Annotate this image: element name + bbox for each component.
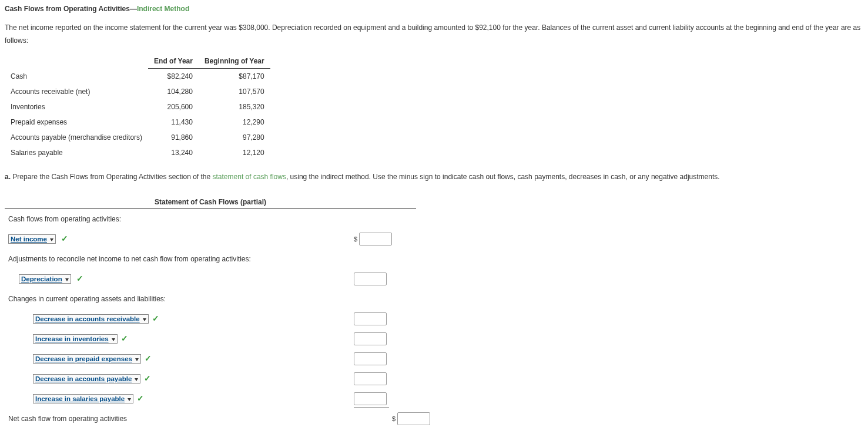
- net-cash-flow-input[interactable]: [397, 412, 430, 425]
- col-begin: Beginning of Year: [199, 54, 270, 69]
- changes-label: Changes in current operating assets and …: [8, 295, 413, 303]
- net-income-select[interactable]: Net income: [8, 234, 56, 244]
- table-row: Accounts payable (merchandise creditors)…: [5, 130, 270, 145]
- change-item-select[interactable]: Decrease in prepaid expenses: [33, 354, 141, 364]
- instruction-text: a. Prepare the Cash Flows from Operating…: [5, 171, 863, 184]
- adjustments-label: Adjustments to reconcile net income to n…: [8, 255, 413, 263]
- page-title: Cash Flows from Operating Activities—Ind…: [5, 5, 863, 13]
- statement-link[interactable]: statement of cash flows: [213, 173, 286, 181]
- check-icon: ✓: [152, 314, 159, 323]
- change-item-select[interactable]: Decrease in accounts payable: [33, 374, 140, 384]
- check-icon: ✓: [137, 393, 144, 403]
- table-row: Cash$82,240$87,170: [5, 69, 270, 85]
- check-icon: ✓: [61, 234, 68, 243]
- net-cash-flow-label: Net cash flow from operating activities: [8, 415, 354, 423]
- section-heading: Cash flows from operating activities:: [8, 215, 413, 223]
- change-item-input[interactable]: [354, 392, 387, 405]
- change-item-select[interactable]: Decrease in accounts receivable: [33, 314, 149, 324]
- worksheet: Statement of Cash Flows (partial) Cash f…: [5, 196, 416, 429]
- table-row: Inventories205,600185,320: [5, 99, 270, 115]
- table-row: Prepaid expenses11,43012,290: [5, 115, 270, 130]
- intro-text: The net income reported on the income st…: [5, 22, 863, 47]
- col-end: End of Year: [148, 54, 199, 69]
- table-row: Accounts receivable (net)104,280107,570: [5, 84, 270, 99]
- change-item-input[interactable]: [354, 352, 387, 365]
- net-income-input[interactable]: [359, 233, 392, 245]
- change-item-input[interactable]: [354, 312, 387, 325]
- table-row: Salaries payable13,24012,120: [5, 145, 270, 160]
- check-icon: ✓: [121, 334, 128, 343]
- depreciation-select[interactable]: Depreciation: [19, 274, 71, 284]
- balance-table: End of Year Beginning of Year Cash$82,24…: [5, 54, 270, 160]
- change-item-input[interactable]: [354, 372, 387, 385]
- worksheet-title: Statement of Cash Flows (partial): [5, 196, 416, 209]
- check-icon: ✓: [144, 374, 151, 383]
- check-icon: ✓: [76, 274, 83, 283]
- change-item-select[interactable]: Increase in inventories: [33, 334, 118, 344]
- col-blank: [5, 54, 148, 69]
- depreciation-input[interactable]: [354, 273, 387, 285]
- change-item-select[interactable]: Increase in salaries payable: [33, 394, 133, 403]
- change-item-input[interactable]: [354, 332, 387, 345]
- check-icon: ✓: [145, 354, 152, 363]
